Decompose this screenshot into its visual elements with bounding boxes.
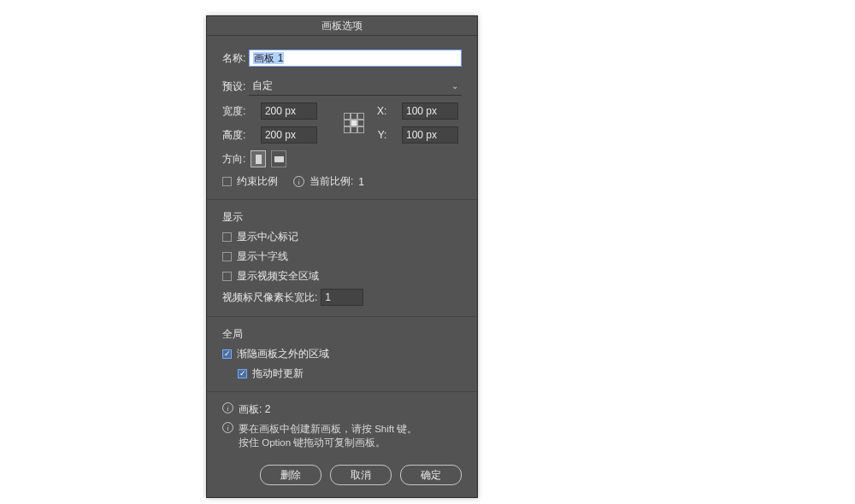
display-section-title: 显示 (222, 210, 462, 225)
current-ratio-value: 1 (358, 176, 364, 188)
orientation-portrait-button[interactable] (251, 150, 266, 167)
constrain-proportions-checkbox[interactable] (222, 177, 232, 186)
name-label: 名称: (222, 51, 245, 66)
x-input[interactable]: 100 px (402, 103, 458, 120)
y-input[interactable]: 100 px (402, 126, 458, 144)
orientation-label: 方向: (222, 152, 245, 167)
video-par-input[interactable]: 1 (321, 289, 363, 306)
show-crosshair-checkbox[interactable] (222, 252, 232, 261)
artboard-count-value: 2 (265, 403, 271, 415)
name-input[interactable]: 画板 1 (249, 50, 462, 67)
width-label: 宽度: (222, 104, 257, 119)
fade-outside-checkbox[interactable] (222, 349, 232, 359)
width-input[interactable]: 200 px (261, 103, 317, 120)
artboard-options-dialog: 画板选项 名称: 画板 1 预设: 自定 ⌄ 宽度: 200 px (206, 15, 478, 498)
global-section-title: 全局 (222, 327, 462, 342)
cancel-button[interactable]: 取消 (330, 465, 392, 485)
show-center-mark-label: 显示中心标记 (237, 230, 298, 244)
preset-select[interactable]: 自定 ⌄ (249, 77, 462, 96)
info-icon: i (222, 422, 233, 433)
reference-point-picker[interactable] (344, 113, 364, 133)
chevron-down-icon: ⌄ (451, 81, 458, 91)
update-on-drag-label: 拖动时更新 (252, 366, 304, 381)
preset-value: 自定 (252, 79, 273, 93)
dialog-title: 画板选项 (207, 16, 477, 36)
name-value: 画板 1 (253, 52, 284, 64)
x-label: X: (373, 105, 386, 117)
show-crosshair-label: 显示十字线 (237, 249, 288, 264)
ok-button[interactable]: 确定 (400, 465, 462, 485)
show-video-safe-label: 显示视频安全区域 (237, 269, 319, 284)
height-input[interactable]: 200 px (261, 126, 317, 144)
preset-label: 预设: (222, 79, 245, 94)
show-center-mark-checkbox[interactable] (222, 232, 232, 242)
update-on-drag-checkbox[interactable] (238, 369, 247, 378)
fade-outside-label: 渐隐画板之外的区域 (237, 347, 329, 361)
constrain-label: 约束比例 (237, 174, 278, 189)
artboard-count-label: 画板: (239, 403, 262, 415)
info-icon: i (222, 402, 233, 413)
y-label: Y: (373, 129, 386, 141)
video-par-label: 视频标尺像素长宽比: (222, 290, 317, 305)
orientation-landscape-button[interactable] (271, 150, 286, 167)
delete-button[interactable]: 删除 (260, 465, 321, 485)
help-text: 要在画板中创建新画板，请按 Shift 键。 按住 Option 键拖动可复制画… (239, 422, 417, 449)
current-ratio-label: 当前比例: (310, 174, 353, 189)
show-video-safe-checkbox[interactable] (222, 272, 232, 281)
info-icon: i (293, 176, 304, 187)
height-label: 高度: (222, 128, 257, 143)
